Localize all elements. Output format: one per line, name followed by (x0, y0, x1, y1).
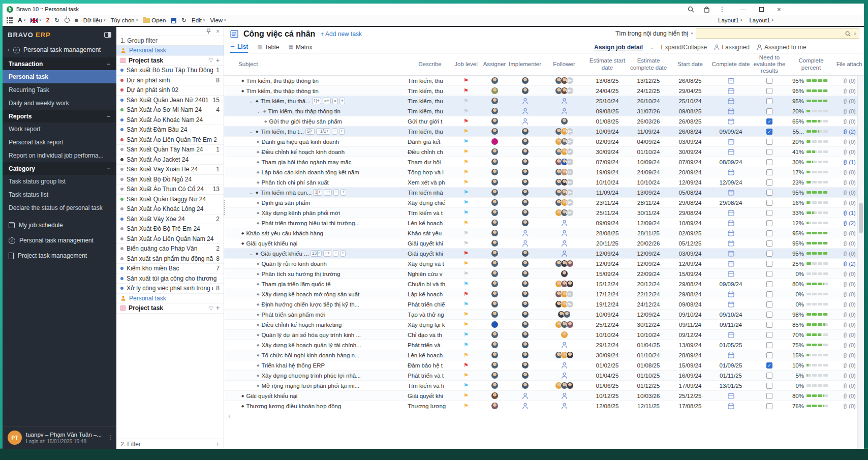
evaluate-checkbox[interactable]: ✓ (766, 129, 772, 135)
subtask-badge[interactable]: =+ (323, 98, 331, 104)
group-item[interactable]: Sản Xuất Đầm Bầu 24 (116, 125, 224, 135)
task-row[interactable]: ◆Xây dựng chương trình phúc lợi nhâ...Ph… (224, 371, 864, 381)
search-icon[interactable] (688, 6, 694, 13)
complete-date-cell[interactable]: 09/09/24 (710, 129, 751, 135)
evaluate-checkbox[interactable]: ✓ (766, 118, 772, 125)
evaluate-checkbox[interactable] (766, 88, 772, 94)
evaluate-checkbox[interactable] (766, 169, 772, 175)
subject-cell[interactable]: ◆Định hướng chiến lược tiếp thị kỹ th... (237, 301, 408, 308)
complete-date-cell[interactable] (710, 240, 751, 247)
subject-cell[interactable]: ◆Tham gia hội thảo ngành may mặc (237, 159, 408, 165)
evaluate-checkbox[interactable] (766, 373, 772, 379)
subject-cell[interactable]: ◆Gửi thư giới thiệu sản phẩm (237, 118, 408, 125)
subject-cell[interactable]: ◆Phân tích chi phí sản xuất (237, 179, 408, 186)
subtask-badge[interactable]: 1|+ (312, 98, 321, 104)
complete-date-cell[interactable] (710, 108, 751, 114)
calendar-icon[interactable] (728, 230, 734, 236)
expand-collapse-link[interactable]: Expand/Collapse (661, 44, 707, 51)
subject-cell[interactable]: ⌄◆Tìm kiếm, thu t...5|+=1/1+=+ (237, 128, 408, 135)
column-header-d3[interactable]: Start date (670, 61, 710, 68)
task-row[interactable]: ◆Xây dựng kế hoạch mở rộng sản xuấtLập k… (224, 289, 864, 299)
subtask-badge[interactable]: + (339, 128, 345, 135)
group-item[interactable]: Sản Xuất Váy Xòe 242 (116, 214, 224, 225)
menu-edit[interactable]: Edit▾ (192, 17, 205, 23)
column-header-d1[interactable]: Estimate start date (587, 57, 627, 71)
add-icon[interactable]: + (216, 57, 220, 64)
subject-cell[interactable]: ◆Lập báo cáo kinh doanh tổng kết năm (237, 169, 408, 175)
sidebar-item-project-task-management[interactable]: Project task management (3, 248, 116, 263)
task-row[interactable]: ◆Tìm kiếm, thu thập thông tinTìm kiếm, t… (224, 76, 864, 86)
sidebar-item-task-status-list[interactable]: Task status list (3, 188, 116, 201)
task-row[interactable]: ⌄◆Giải quyết khiếu ...13|+=+=+Giải quyết… (224, 249, 864, 259)
search-magnifier-icon[interactable] (845, 31, 851, 37)
group-item[interactable]: Sản Xuất Áo Liền Quần Nam 24 (116, 234, 224, 244)
subject-cell[interactable]: ◆Quản lý dự án số hóa quy trình kinh ... (237, 332, 408, 338)
evaluate-checkbox[interactable] (766, 190, 772, 196)
user-menu-icon[interactable]: ⋮ (107, 434, 113, 441)
user-block[interactable]: PT tuanpv – Phạm Văn Tuân –... Login at:… (3, 426, 116, 449)
complete-date-cell[interactable] (710, 118, 751, 125)
subject-cell[interactable]: ◆Mở rộng mạng lưới phân phối tại mi... (237, 383, 408, 389)
complete-date-cell[interactable] (710, 98, 751, 104)
vertical-scrollbar[interactable] (857, 76, 864, 449)
evaluate-checkbox[interactable] (766, 403, 772, 409)
complete-date-cell[interactable] (710, 77, 751, 84)
evaluate-checkbox[interactable] (766, 393, 772, 399)
language-menu[interactable]: ▾ (30, 18, 41, 23)
subtask-badge[interactable]: =+ (323, 250, 331, 257)
tab-table[interactable]: ▥Table (257, 41, 279, 53)
column-header-desc[interactable]: Describe (408, 61, 452, 68)
group-item[interactable]: Sản xuất Bộ Sưu Tập Thu Đông 20...1 (116, 66, 224, 76)
subject-cell[interactable]: ◆Quản lý rủi ro kinh doanh (237, 261, 408, 267)
group-item[interactable]: Sản Xuất Quần Jean Nữ 240115 (116, 96, 224, 106)
task-row[interactable]: ◆Định giá sản phẩmXây dựng chiế⚑6+23/11/… (224, 198, 864, 208)
group-item[interactable]: Sản Xuất Bộ Đồ Ngủ 24 (116, 175, 224, 185)
calendar-icon[interactable] (728, 392, 734, 399)
maximize-button[interactable] (759, 7, 764, 12)
subtask-badge[interactable]: + (340, 189, 346, 196)
evaluate-checkbox[interactable] (766, 108, 772, 114)
group-item[interactable]: Sản Xuất Áo Khoác Lông 24 (116, 204, 224, 214)
subject-cell[interactable]: ⌄◆Giải quyết khiếu ...13|+=+=+ (237, 250, 408, 257)
task-row[interactable]: ◆Khảo sát yêu cầu khách hàngKhảo sát yêu… (224, 228, 864, 238)
subtask-badge[interactable]: + (339, 98, 345, 104)
calendar-icon[interactable] (728, 118, 734, 125)
complete-date-cell[interactable] (710, 270, 751, 277)
subject-cell[interactable]: ⌄◆Tìm kiếm nhà cun...3|+=+=+ (237, 189, 408, 196)
task-row[interactable]: ⌄◆Tìm kiếm, thu thập thông tinTìm kiếm, … (224, 106, 864, 116)
evaluate-checkbox[interactable] (766, 230, 772, 236)
scrollbar-thumb[interactable] (859, 203, 863, 233)
sidebar-item-work-report[interactable]: Work report (3, 122, 116, 136)
subject-cell[interactable]: ◆Xây dựng kế hoạch quản lý tài chính... (237, 342, 408, 348)
evaluate-checkbox[interactable] (766, 332, 772, 338)
extensions-icon[interactable] (703, 6, 710, 13)
evaluate-checkbox[interactable] (766, 291, 772, 297)
filter-funnel-icon[interactable]: ▽ (209, 305, 213, 311)
evaluate-checkbox[interactable] (766, 383, 772, 389)
column-header-pct[interactable]: Complete percent (788, 57, 834, 71)
sidebar-item-personal-task-report[interactable]: Personal task report (3, 136, 116, 149)
task-row[interactable]: ◆Thương lượng điều khoản hợp đồngThương … (224, 401, 864, 411)
column-header-d2[interactable]: Estimate complete date (627, 57, 670, 71)
assign-job-detail-link[interactable]: Assign job detail (594, 44, 643, 51)
task-row[interactable]: ◆Định hướng chiến lược tiếp thị kỹ th...… (224, 299, 864, 310)
add-filter-icon[interactable]: + (216, 441, 220, 448)
subject-cell[interactable]: ◆Triển khai hệ thống ERP (237, 362, 408, 369)
add-new-task-link[interactable]: + Add new task (320, 30, 362, 38)
task-row[interactable]: ◆Điều chỉnh kế hoạch marketingXây dựng l… (224, 320, 864, 330)
task-row[interactable]: ◆Giải quyết khiếu nạiGiải quyết khi⚑10/1… (224, 391, 864, 401)
close-panel-icon[interactable]: × (216, 28, 220, 35)
clear-search-icon[interactable]: × (853, 31, 856, 37)
evaluate-checkbox[interactable] (766, 240, 772, 247)
row-expand-chevron-icon[interactable]: ⌄ (249, 99, 256, 104)
complete-date-cell[interactable] (710, 169, 751, 175)
complete-date-cell[interactable] (710, 148, 751, 155)
evaluate-checkbox[interactable] (766, 179, 772, 186)
subtask-badge[interactable]: + (340, 250, 346, 257)
task-row[interactable]: ◆Phát triển sản phẩm mớiTạo và thử ng⚑10… (224, 310, 864, 320)
calendar-icon[interactable] (728, 138, 734, 145)
task-row[interactable]: ◆Giải quyết khiếu nạiGiải quyết khi⚑20/1… (224, 238, 864, 249)
refresh-icon[interactable]: ↻ (54, 17, 59, 24)
complete-date-cell[interactable] (710, 352, 751, 358)
column-header-ev[interactable]: Need to evaluate the results (751, 54, 788, 75)
